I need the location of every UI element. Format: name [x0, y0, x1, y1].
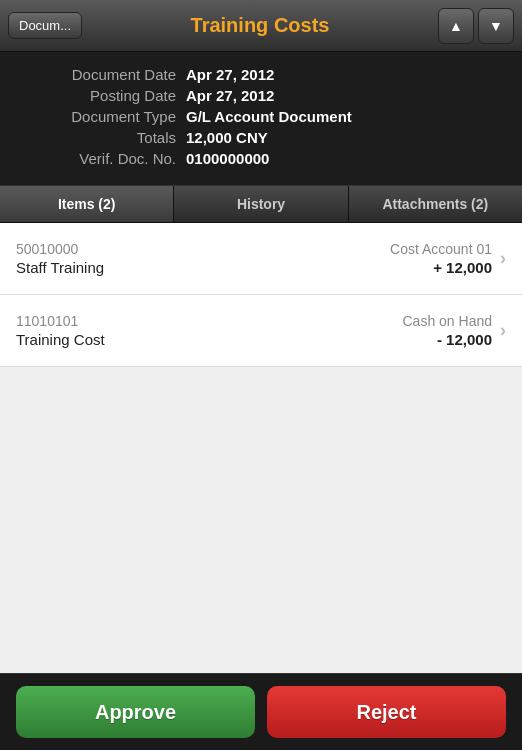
chevron-right-icon: › [500, 248, 506, 269]
document-type-row: Document Type G/L Account Document [16, 108, 506, 125]
verif-doc-value: 0100000000 [186, 150, 269, 167]
empty-area [0, 367, 522, 647]
document-type-label: Document Type [16, 108, 176, 125]
document-date-row: Document Date Apr 27, 2012 [16, 66, 506, 83]
item-amount: - 12,000 [402, 331, 492, 348]
list-item[interactable]: 50010000 Staff Training Cost Account 01 … [0, 223, 522, 295]
nav-down-button[interactable]: ▼ [478, 8, 514, 44]
item-right: Cash on Hand - 12,000 [402, 313, 492, 348]
list-item-content: 50010000 Staff Training [16, 241, 390, 276]
tab-attachments[interactable]: Attachments (2) [349, 186, 522, 222]
tab-history[interactable]: History [174, 186, 348, 222]
approve-button[interactable]: Approve [16, 686, 255, 738]
app-header: Docum... Training Costs ▲ ▼ [0, 0, 522, 52]
verif-doc-row: Verif. Doc. No. 0100000000 [16, 150, 506, 167]
item-code: 50010000 [16, 241, 390, 257]
posting-date-value: Apr 27, 2012 [186, 87, 274, 104]
document-type-value: G/L Account Document [186, 108, 352, 125]
item-amount: + 12,000 [390, 259, 492, 276]
list-item[interactable]: 11010101 Training Cost Cash on Hand - 12… [0, 295, 522, 367]
main-content: Document Date Apr 27, 2012 Posting Date … [0, 52, 522, 674]
item-name: Staff Training [16, 259, 390, 276]
totals-row: Totals 12,000 CNY [16, 129, 506, 146]
totals-label: Totals [16, 129, 176, 146]
totals-value: 12,000 CNY [186, 129, 268, 146]
back-button[interactable]: Docum... [8, 12, 82, 39]
item-account: Cost Account 01 [390, 241, 492, 257]
nav-up-button[interactable]: ▲ [438, 8, 474, 44]
posting-date-row: Posting Date Apr 27, 2012 [16, 87, 506, 104]
page-title: Training Costs [82, 14, 438, 37]
item-code: 11010101 [16, 313, 402, 329]
chevron-right-icon: › [500, 320, 506, 341]
document-date-label: Document Date [16, 66, 176, 83]
document-date-value: Apr 27, 2012 [186, 66, 274, 83]
reject-button[interactable]: Reject [267, 686, 506, 738]
items-list: 50010000 Staff Training Cost Account 01 … [0, 223, 522, 367]
verif-doc-label: Verif. Doc. No. [16, 150, 176, 167]
item-right: Cost Account 01 + 12,000 [390, 241, 492, 276]
tab-items[interactable]: Items (2) [0, 186, 174, 222]
list-item-content: 11010101 Training Cost [16, 313, 402, 348]
item-account: Cash on Hand [402, 313, 492, 329]
nav-buttons: ▲ ▼ [438, 8, 514, 44]
tab-bar: Items (2) History Attachments (2) [0, 186, 522, 223]
document-info: Document Date Apr 27, 2012 Posting Date … [0, 52, 522, 186]
footer: Approve Reject [0, 673, 522, 750]
item-name: Training Cost [16, 331, 402, 348]
posting-date-label: Posting Date [16, 87, 176, 104]
